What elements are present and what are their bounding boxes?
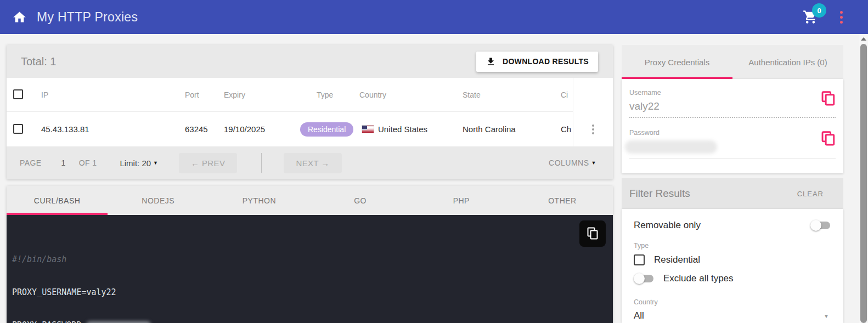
limit-label: Limit: 20 — [120, 158, 151, 168]
filter-results-title: Filter Results — [629, 188, 690, 200]
sidebar-tabs: Proxy Credentials Authentication IPs (0) — [622, 45, 843, 79]
app-header: My HTTP Proxies 0 — [0, 0, 868, 34]
cart-count-badge: 0 — [812, 3, 826, 18]
page-scrollbar[interactable] — [859, 34, 868, 323]
code-block: #!/bin/bash PROXY_USERNAME=valy22 PROXY_… — [7, 215, 613, 323]
row-country: United States — [359, 124, 463, 134]
type-badge: Residential — [300, 122, 353, 137]
code-password-line: PROXY_PASSWORD= — [12, 320, 613, 323]
row-expiry: 19/10/2025 — [224, 124, 300, 134]
country-select-value: All — [634, 310, 644, 321]
row-type: Residential — [300, 122, 359, 137]
country-select[interactable]: All ▼ — [634, 310, 831, 321]
pagination-bar: PAGE 1 OF 1 Limit: 20 ▼ ← PREV NEXT → CO… — [7, 146, 613, 179]
row-actions-column — [573, 78, 613, 146]
row-ip: 45.43.133.81 — [35, 124, 185, 134]
home-button[interactable] — [11, 9, 27, 25]
code-shebang-line: #!/bin/bash — [12, 254, 613, 265]
menu-dot-icon — [840, 11, 843, 14]
removable-only-row: Removable only — [634, 220, 831, 231]
page-title: My HTTP Proxies — [37, 10, 138, 25]
residential-filter-row: Residential — [634, 254, 831, 265]
cart-button[interactable]: 0 — [803, 9, 819, 25]
code-language-tabs: CURL/BASH NODEJS PYTHON GO PHP OTHER — [7, 186, 613, 215]
row-state: North Carolina — [463, 124, 561, 134]
download-results-label: DOWNLOAD RESULTS — [503, 57, 589, 66]
page-of-label: OF 1 — [79, 158, 97, 167]
residential-checkbox[interactable] — [634, 254, 645, 265]
residential-label: Residential — [654, 254, 700, 265]
column-header-country: Country — [359, 90, 463, 99]
copy-password-button[interactable] — [821, 131, 836, 146]
row-checkbox[interactable] — [13, 124, 23, 134]
toggle-thumb — [810, 220, 821, 231]
select-all-checkbox[interactable] — [13, 89, 23, 99]
overflow-menu-button[interactable] — [838, 9, 845, 26]
column-header-state: State — [463, 90, 561, 99]
tab-proxy-credentials[interactable]: Proxy Credentials — [622, 45, 732, 79]
menu-dot-icon — [840, 16, 843, 19]
tab-authentication-ips[interactable]: Authentication IPs (0) — [732, 45, 843, 79]
column-header-port: Port — [185, 90, 224, 99]
password-label: Password — [629, 129, 836, 137]
home-icon — [12, 10, 27, 25]
tab-other[interactable]: OTHER — [512, 186, 613, 215]
menu-dot-icon — [840, 21, 843, 24]
exclude-all-types-label: Exclude all types — [663, 273, 734, 284]
row-menu-dot-icon — [592, 124, 594, 127]
username-value: valy22 — [629, 100, 836, 118]
chevron-down-icon: ▼ — [591, 160, 596, 166]
copy-icon — [821, 131, 836, 146]
row-menu-dot-icon — [592, 132, 594, 134]
columns-dropdown[interactable]: COLUMNS ▼ — [545, 158, 600, 168]
credentials-card: Username valy22 Password — [622, 79, 843, 173]
tab-go[interactable]: GO — [310, 186, 411, 215]
username-field: Username valy22 — [629, 89, 836, 118]
type-section-label: Type — [634, 242, 831, 250]
tab-php[interactable]: PHP — [411, 186, 512, 215]
next-page-button[interactable]: NEXT → — [284, 153, 341, 173]
toggle-thumb — [634, 273, 645, 284]
proxy-table: IP Port Expiry Type Country State Ci 45.… — [7, 78, 613, 146]
tab-curl-bash[interactable]: CURL/BASH — [7, 186, 108, 215]
row-menu-dot-icon — [592, 128, 594, 131]
limit-dropdown[interactable]: Limit: 20 ▼ — [116, 158, 161, 168]
removable-only-label: Removable only — [634, 220, 701, 231]
chevron-down-icon: ▼ — [153, 160, 158, 166]
total-count-label: Total: 1 — [21, 55, 56, 68]
row-menu-button[interactable] — [590, 122, 596, 137]
copy-username-button[interactable] — [821, 91, 836, 106]
code-username-line: PROXY_USERNAME=valy22 — [12, 287, 613, 298]
chevron-down-icon: ▼ — [824, 313, 829, 319]
current-page-number: 1 — [61, 158, 65, 167]
tab-python[interactable]: PYTHON — [208, 186, 309, 215]
copy-icon — [587, 227, 599, 240]
row-port: 63245 — [185, 124, 224, 134]
prev-page-button[interactable]: ← PREV — [179, 153, 237, 173]
table-row: 45.43.133.81 63245 19/10/2025 Residentia… — [7, 112, 613, 146]
copy-code-button[interactable] — [579, 220, 606, 247]
download-icon — [486, 56, 496, 67]
download-results-button[interactable]: DOWNLOAD RESULTS — [476, 52, 598, 72]
column-header-ip: IP — [35, 90, 185, 99]
clear-filters-button[interactable]: CLEAR — [794, 189, 827, 199]
code-snippet-card: CURL/BASH NODEJS PYTHON GO PHP OTHER #!/… — [7, 186, 613, 323]
columns-label: COLUMNS — [549, 158, 589, 167]
username-label: Username — [629, 89, 836, 97]
removable-only-toggle[interactable] — [810, 220, 831, 231]
country-value: United States — [378, 124, 427, 134]
exclude-all-types-toggle[interactable] — [634, 273, 655, 284]
exclude-all-types-row: Exclude all types — [634, 273, 831, 284]
tab-nodejs[interactable]: NODEJS — [108, 186, 208, 215]
page-label: PAGE — [20, 158, 41, 167]
country-section-label: Country — [634, 298, 831, 306]
results-card: Total: 1 DOWNLOAD RESULTS IP Port Expiry… — [7, 45, 613, 179]
password-field: Password — [629, 129, 836, 158]
scrollbar-up-arrow-icon[interactable] — [861, 37, 866, 41]
column-header-expiry: Expiry — [224, 90, 300, 99]
us-flag-icon — [362, 126, 374, 133]
table-header-row: IP Port Expiry Type Country State Ci — [7, 78, 613, 112]
scrollbar-thumb[interactable] — [860, 44, 867, 323]
password-value — [629, 140, 836, 158]
column-header-type: Type — [300, 90, 359, 99]
